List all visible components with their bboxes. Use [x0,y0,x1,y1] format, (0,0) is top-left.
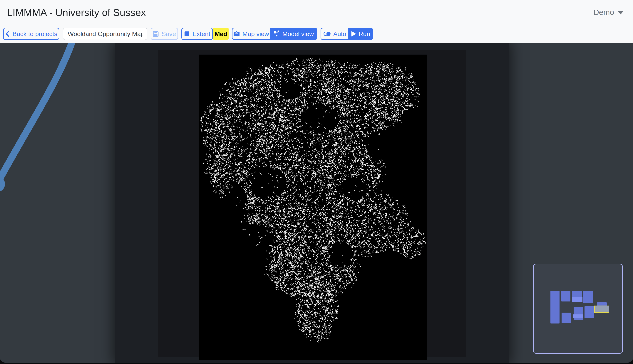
minimap-viewport[interactable] [594,306,609,313]
user-menu-label: Demo [593,8,614,17]
user-menu[interactable]: Demo [593,0,623,24]
model-edge-curve [0,43,130,210]
minimap-node [550,291,559,324]
extent-button[interactable]: Extent [181,28,213,40]
back-to-projects-button[interactable]: Back to projects [3,28,59,40]
edge-endpoint-port [0,176,5,192]
minimap-node [572,297,582,302]
save-label: Save [162,30,176,38]
save-floppy-icon [153,31,159,37]
run-button[interactable]: Run [348,28,373,40]
model-view-button[interactable]: Model view [270,28,317,40]
map-view-button[interactable]: Map view [232,28,270,40]
resolution-badge: Med [213,28,229,40]
page-title: LIMMMA - University of Sussex [7,7,146,18]
minimap-node [561,312,571,323]
auto-label: Auto [333,30,346,38]
run-play-icon [351,31,356,36]
back-to-projects-label: Back to projects [13,30,57,38]
minimap-panel[interactable] [533,264,623,354]
map-pin-icon [233,31,240,37]
toolbar: Back to projects Save Extent Med [0,24,633,43]
back-chevron-icon [5,30,10,37]
project-name-input[interactable] [63,28,147,40]
auto-toggle-icon [323,31,331,37]
minimap-node [561,291,570,302]
model-view-label: Model view [282,30,314,38]
run-label: Run [358,30,370,38]
map-view-label: Map view [242,30,269,38]
minimap-node [573,314,583,318]
minimap-node [584,306,594,318]
extent-label: Extent [193,30,210,38]
node-viewer-panel [115,43,509,363]
map-preview-image [199,54,427,360]
run-control-group: Auto Run [321,28,373,40]
model-canvas[interactable] [0,43,633,363]
view-toggle-group: Map view Model view [232,28,317,40]
app-header: LIMMMA - University of Sussex Demo [0,0,633,24]
model-nodes-icon [273,30,280,37]
minimap-node [583,291,593,303]
woodland-raster-canvas [199,54,427,360]
auto-toggle-button[interactable]: Auto [321,28,348,40]
save-button[interactable]: Save [151,28,178,40]
extent-square-icon [184,31,190,37]
chevron-down-icon [618,11,623,14]
